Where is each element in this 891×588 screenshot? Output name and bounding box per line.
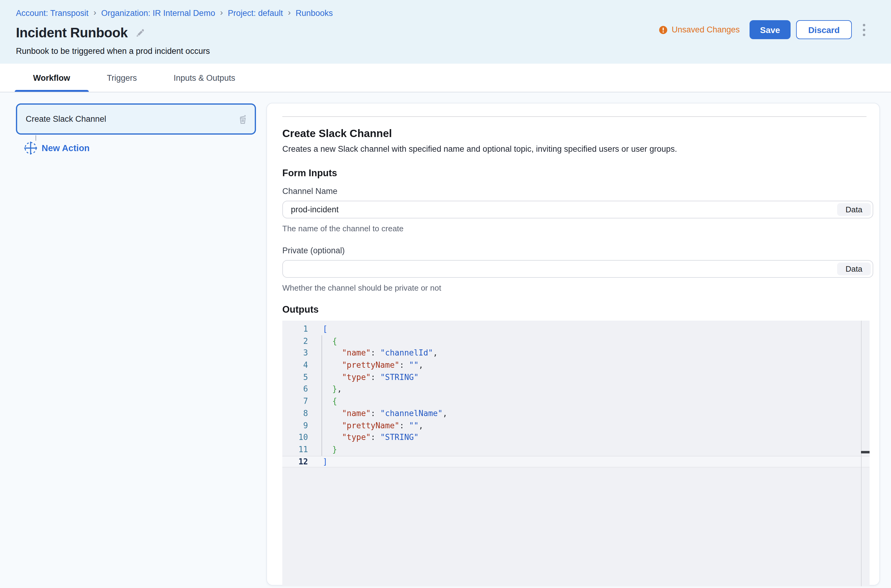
unsaved-changes-badge: Unsaved Changes [659, 25, 740, 34]
action-detail-description: Creates a new Slack channel with specifi… [282, 144, 874, 154]
new-action-label: New Action [42, 143, 90, 153]
edit-title-pencil-icon[interactable] [135, 28, 144, 39]
code-rows: 1[2 {3 "name": "channelId",4 "prettyName… [282, 321, 870, 468]
action-card-create-slack-channel[interactable]: Create Slack Channel [16, 104, 256, 135]
step-connector-line [36, 135, 36, 141]
private-input[interactable] [282, 260, 873, 278]
code-line-8: 8 "name": "channelName", [282, 408, 870, 419]
new-action-button[interactable]: New Action [24, 141, 256, 155]
header-actions: Unsaved Changes Save Discard [659, 20, 870, 39]
delete-action-trash-icon[interactable] [238, 114, 247, 124]
tab-triggers-label: Triggers [107, 73, 137, 82]
breadcrumb-separator-icon: › [220, 8, 223, 17]
action-detail-title: Create Slack Channel [282, 127, 874, 140]
discard-button[interactable]: Discard [796, 20, 852, 39]
private-data-button[interactable]: Data [837, 262, 871, 275]
private-help: Whether the channel should be private or… [282, 283, 874, 292]
channel-name-input[interactable] [282, 201, 873, 218]
action-detail-panel: Create Slack Channel Creates a new Slack… [266, 103, 880, 585]
workflow-steps-panel: Create Slack Channel New Action [0, 92, 266, 155]
private-input-wrap: Data [282, 260, 873, 278]
more-options-kebab-icon[interactable] [859, 20, 870, 39]
tab-triggers[interactable]: Triggers [89, 64, 155, 92]
tab-inputs-outputs-label: Inputs & Outputs [174, 73, 235, 82]
page-header: Account: Transposit › Organization: IR I… [0, 0, 891, 64]
warning-icon [659, 26, 667, 34]
page-subtitle: Runbook to be triggered when a prod inci… [16, 46, 891, 56]
code-line-4: 4 "prettyName": "", [282, 359, 870, 371]
editor-ruler-line [861, 321, 862, 586]
indent-guide-line [322, 335, 322, 456]
breadcrumb: Account: Transposit › Organization: IR I… [16, 8, 891, 18]
code-line-5: 5 "type": "STRING" [282, 371, 870, 383]
breadcrumb-project[interactable]: Project: default [228, 8, 283, 18]
save-button[interactable]: Save [750, 20, 790, 39]
channel-name-help: The name of the channel to create [282, 224, 874, 233]
app-root: Account: Transposit › Organization: IR I… [0, 0, 891, 588]
outputs-editor[interactable]: 1[2 {3 "name": "channelId",4 "prettyName… [282, 321, 870, 586]
page-title: Incident Runbook [16, 25, 128, 41]
editor-scrollbar-thumb[interactable] [861, 451, 870, 453]
content-area: Create Slack Channel New Action [0, 92, 891, 588]
code-line-10: 10 "type": "STRING" [282, 431, 870, 443]
action-card-label: Create Slack Channel [26, 114, 238, 124]
private-label: Private (optional) [282, 246, 874, 255]
channel-name-input-wrap: Data [282, 201, 873, 218]
breadcrumb-runbooks[interactable]: Runbooks [295, 8, 333, 18]
breadcrumb-organization[interactable]: Organization: IR Internal Demo [101, 8, 215, 18]
detail-top-divider [282, 116, 867, 117]
breadcrumb-account[interactable]: Account: Transposit [16, 8, 89, 18]
breadcrumb-separator-icon: › [288, 8, 290, 17]
tab-inputs-outputs[interactable]: Inputs & Outputs [155, 64, 253, 92]
tab-workflow-label: Workflow [33, 73, 70, 82]
channel-name-label: Channel Name [282, 187, 874, 196]
tab-bar: Workflow Triggers Inputs & Outputs [0, 64, 891, 92]
code-line-7: 7 { [282, 395, 870, 407]
breadcrumb-separator-icon: › [93, 8, 96, 17]
form-inputs-heading: Form Inputs [282, 168, 874, 178]
code-line-9: 9 "prettyName": "", [282, 419, 870, 431]
code-line-2: 2 { [282, 335, 870, 347]
code-line-12: 12] [282, 456, 870, 468]
channel-name-data-button[interactable]: Data [837, 203, 871, 216]
active-tab-underline [15, 90, 89, 92]
outputs-heading: Outputs [282, 304, 874, 315]
code-line-6: 6 }, [282, 383, 870, 395]
code-line-3: 3 "name": "channelId", [282, 347, 870, 359]
code-line-11: 11 } [282, 444, 870, 456]
code-line-1: 1[ [282, 323, 870, 335]
plus-circle-icon [24, 141, 38, 155]
unsaved-changes-label: Unsaved Changes [672, 25, 740, 34]
tab-workflow[interactable]: Workflow [15, 64, 89, 92]
